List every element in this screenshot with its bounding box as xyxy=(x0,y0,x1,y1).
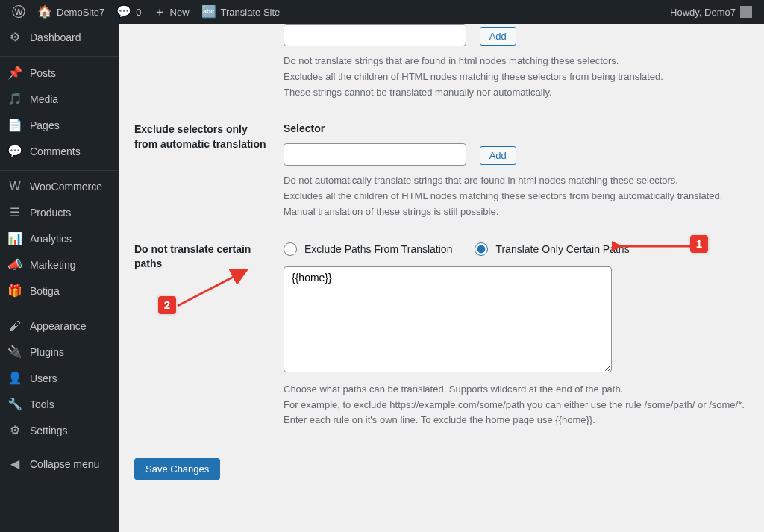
admin-bar: ⓦ 🏠DemoSite7 💬0 ＋New 🔤Translate Site How… xyxy=(0,0,764,24)
radio-label: Exclude Paths From Translation xyxy=(304,243,452,255)
menu-label: Media xyxy=(30,93,112,105)
comments-count: 0 xyxy=(136,7,141,18)
translate-label: Translate Site xyxy=(221,7,281,18)
menu-icon: 🔌 xyxy=(7,345,22,359)
menu-icon: ☰ xyxy=(7,205,22,219)
sidebar-item-botiga[interactable]: 🎁Botiga xyxy=(0,278,119,304)
sidebar-item-settings[interactable]: ⚙Settings xyxy=(0,417,119,443)
menu-icon: ⚙ xyxy=(7,423,22,437)
description-text: Do not automatically translate strings t… xyxy=(284,173,749,219)
menu-icon: 📊 xyxy=(7,231,22,245)
howdy-text: Howdy, Demo7 xyxy=(670,7,736,18)
menu-icon: 🔧 xyxy=(7,397,22,411)
radio-label: Translate Only Certain Paths xyxy=(495,243,629,255)
avatar-icon xyxy=(740,6,752,18)
add-button[interactable]: Add xyxy=(480,27,516,46)
sidebar-item-plugins[interactable]: 🔌Plugins xyxy=(0,339,119,365)
comment-icon: 💬 xyxy=(116,6,131,18)
description-text: Choose what paths can be translated. Sup… xyxy=(284,382,749,428)
menu-label: Users xyxy=(30,372,112,384)
auto-exclude-selector-input[interactable] xyxy=(284,143,466,166)
paths-textarea[interactable] xyxy=(284,266,612,372)
main-content: Add Do not translate strings that are fo… xyxy=(119,24,764,510)
menu-label: Settings xyxy=(30,425,112,436)
exclude-selector-input[interactable] xyxy=(284,24,466,46)
menu-icon: 💬 xyxy=(7,144,22,158)
site-name: DemoSite7 xyxy=(57,7,104,18)
sidebar-item-posts[interactable]: 📌Posts xyxy=(0,60,119,86)
sidebar-item-dashboard[interactable]: ⚙Dashboard xyxy=(0,24,119,50)
radio-exclude-paths[interactable]: Exclude Paths From Translation xyxy=(284,242,452,256)
sidebar-item-users[interactable]: 👤Users xyxy=(0,365,119,391)
menu-icon: 📄 xyxy=(7,118,22,132)
sidebar-item-woocommerce[interactable]: WWooCommerce xyxy=(0,174,119,199)
menu-label: Analytics xyxy=(30,233,112,245)
translate-link[interactable]: 🔤Translate Site xyxy=(195,0,286,24)
sidebar-item-tools[interactable]: 🔧Tools xyxy=(0,391,119,417)
collapse-menu[interactable]: ◀Collapse menu xyxy=(0,451,119,477)
new-link[interactable]: ＋New xyxy=(148,0,195,24)
collapse-label: Collapse menu xyxy=(30,458,112,470)
menu-label: Appearance xyxy=(30,320,112,332)
sidebar-item-marketing[interactable]: 📣Marketing xyxy=(0,251,119,278)
selector-label: Selector xyxy=(284,122,749,134)
howdy-link[interactable]: Howdy, Demo7 xyxy=(664,0,758,24)
collapse-icon: ◀ xyxy=(7,457,22,471)
comments-link[interactable]: 💬0 xyxy=(110,0,147,24)
annotation-marker-1: 1 xyxy=(690,235,708,253)
sidebar-item-appearance[interactable]: 🖌Appearance xyxy=(0,313,119,339)
menu-icon: 🖌 xyxy=(7,319,22,333)
radio-input[interactable] xyxy=(284,242,297,256)
annotation-marker-2: 2 xyxy=(158,296,176,314)
home-icon: 🏠 xyxy=(37,6,52,18)
section-heading: Exclude selectors only from automatic tr… xyxy=(134,122,284,219)
menu-icon: ⚙ xyxy=(7,30,22,44)
plus-icon: ＋ xyxy=(154,6,166,18)
admin-sidebar: ⚙Dashboard📌Posts🎵Media📄Pages💬CommentsWWo… xyxy=(0,24,119,510)
menu-icon: 📣 xyxy=(7,257,22,272)
sidebar-item-comments[interactable]: 💬Comments xyxy=(0,138,119,164)
site-link[interactable]: 🏠DemoSite7 xyxy=(31,0,110,24)
sidebar-item-analytics[interactable]: 📊Analytics xyxy=(0,225,119,251)
menu-icon: 🎵 xyxy=(7,92,22,106)
radio-input[interactable] xyxy=(475,242,488,256)
menu-label: WooCommerce xyxy=(30,181,112,193)
description-text: Do not translate strings that are found … xyxy=(284,54,749,100)
radio-translate-only[interactable]: Translate Only Certain Paths xyxy=(475,242,629,256)
menu-label: Products xyxy=(30,207,112,219)
menu-label: Marketing xyxy=(30,259,112,271)
menu-label: Posts xyxy=(30,67,112,79)
add-button[interactable]: Add xyxy=(480,146,516,165)
menu-label: Comments xyxy=(30,145,112,157)
sidebar-item-pages[interactable]: 📄Pages xyxy=(0,112,119,138)
menu-label: Dashboard xyxy=(30,31,112,43)
menu-label: Tools xyxy=(30,398,112,410)
translate-icon: 🔤 xyxy=(201,6,216,18)
menu-icon: 👤 xyxy=(7,371,22,385)
section-heading: Do not translate certain paths xyxy=(134,242,284,428)
menu-label: Pages xyxy=(30,119,112,131)
sidebar-item-products[interactable]: ☰Products xyxy=(0,199,119,225)
wordpress-icon: ⓦ xyxy=(12,3,25,21)
wp-logo[interactable]: ⓦ xyxy=(6,0,31,24)
sidebar-item-media[interactable]: 🎵Media xyxy=(0,86,119,112)
menu-icon: 🎁 xyxy=(7,284,22,298)
new-label: New xyxy=(170,7,190,18)
menu-label: Botiga xyxy=(30,285,112,297)
menu-icon: 📌 xyxy=(7,66,22,80)
menu-label: Plugins xyxy=(30,346,112,358)
menu-icon: W xyxy=(7,180,22,193)
save-changes-button[interactable]: Save Changes xyxy=(134,458,220,480)
